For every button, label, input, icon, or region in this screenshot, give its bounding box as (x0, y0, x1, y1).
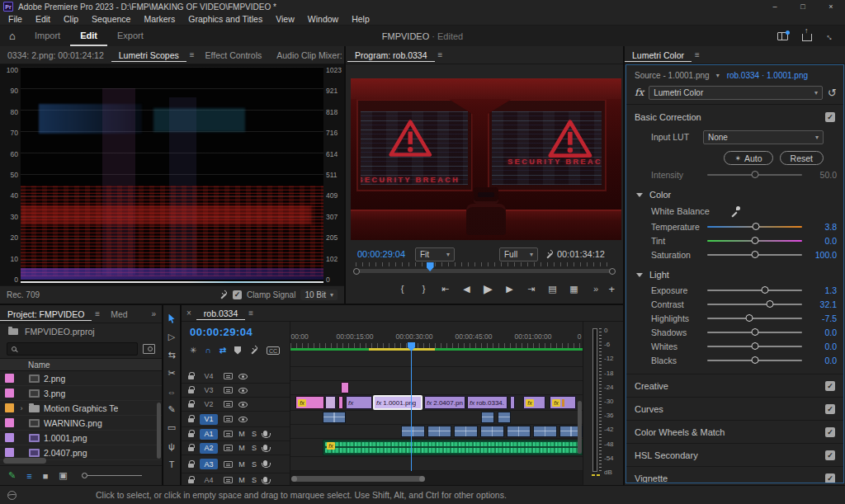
reset-button[interactable]: Reset (780, 151, 824, 165)
track-name-badge[interactable]: V3 (200, 385, 218, 396)
breadcrumb[interactable]: FMPVIDEO.prproj (0, 323, 162, 340)
slider-track-contrast[interactable] (707, 297, 802, 311)
slider-handle[interactable] (762, 286, 769, 294)
go-to-in-button[interactable]: ⇤ (440, 284, 451, 294)
mute-button[interactable]: M (238, 476, 245, 484)
timeline-clip-rob-0334[interactable]: fxrob.0334. (467, 396, 507, 409)
timeline-timecode[interactable]: 00:00:29:04 (182, 322, 290, 338)
section-checkbox[interactable]: ✓ (825, 450, 835, 460)
project-item-warning-png[interactable]: WARNING.png (0, 416, 162, 431)
sequence-tab[interactable]: rob.0334 (196, 307, 245, 320)
lift-button[interactable]: ▤ (547, 284, 558, 294)
track-name-badge[interactable]: V4 (200, 371, 218, 382)
add-button[interactable]: + (608, 283, 615, 295)
menu-item-sequence[interactable]: Sequence (85, 14, 137, 24)
captions-button[interactable]: CC (267, 346, 280, 355)
close-button[interactable]: × (817, 0, 845, 13)
lock-icon[interactable] (188, 403, 194, 407)
menu-item-help[interactable]: Help (345, 14, 376, 24)
mute-button[interactable]: M (238, 430, 245, 438)
solo-button[interactable]: S (251, 476, 257, 484)
basic-correction-checkbox[interactable]: ✓ (825, 112, 835, 122)
label-color-swatch[interactable] (5, 389, 14, 398)
slider-track-blacks[interactable] (707, 353, 802, 367)
source-patch-icon[interactable] (224, 373, 233, 379)
step-back-button[interactable]: ◀ (461, 284, 472, 294)
menu-item-view[interactable]: View (269, 14, 301, 24)
program-tab[interactable]: Program: rob.0334 (347, 49, 435, 62)
horizontal-scrollbar[interactable] (292, 476, 424, 482)
mute-button[interactable]: M (238, 460, 245, 469)
section-checkbox[interactable]: ✓ (825, 473, 835, 483)
freeform-view-button[interactable]: ▣ (59, 470, 67, 481)
home-icon[interactable]: ⌂ (0, 30, 25, 42)
mic-icon[interactable] (263, 445, 267, 450)
zoom-level-select[interactable]: Fit▾ (415, 247, 455, 261)
source-label[interactable]: Source - 1.0001.png (635, 71, 710, 80)
icon-view-button[interactable]: ■ (43, 471, 49, 481)
vertical-scrollbar[interactable] (157, 403, 161, 459)
slider-handle[interactable] (751, 251, 758, 258)
extract-button[interactable]: ▦ (569, 284, 579, 294)
source-patch-icon[interactable] (224, 431, 233, 437)
project-item-2-png[interactable]: 2.png (0, 371, 162, 386)
menu-item-clip[interactable]: Clip (57, 14, 85, 24)
audio-clip[interactable] (533, 426, 557, 437)
menu-item-markers[interactable]: Markers (137, 14, 182, 24)
scope-settings-icon[interactable] (219, 290, 228, 299)
section-creative[interactable]: Creative✓ (626, 374, 843, 397)
timeline-clip[interactable]: fx (550, 396, 576, 409)
solo-button[interactable]: S (251, 444, 257, 452)
timeline-clip[interactable] (341, 382, 349, 393)
eyedropper-icon[interactable] (731, 206, 741, 216)
pen-tool[interactable]: ✎ (168, 404, 175, 415)
slider-track-saturation[interactable] (707, 247, 802, 261)
slider-track-tint[interactable] (707, 233, 802, 247)
menu-item-graphics-and-titles[interactable]: Graphics and Titles (182, 14, 269, 24)
auto-button[interactable]: ✶Auto (724, 151, 772, 165)
slider-handle[interactable] (752, 223, 759, 230)
minimize-button[interactable]: – (761, 0, 789, 13)
track-name-badge[interactable]: V1 (200, 414, 218, 425)
mute-button[interactable]: M (238, 444, 245, 452)
clip-link[interactable]: rob.0334 · 1.0001.png (727, 71, 808, 80)
project-item-3-png[interactable]: 3.png (0, 386, 162, 401)
lock-icon[interactable] (188, 479, 194, 483)
list-view-button[interactable]: ≡ (26, 471, 31, 481)
program-settings-icon[interactable] (545, 250, 554, 259)
step-forward-button[interactable]: ▶ (504, 284, 515, 294)
slider-track-intensity[interactable] (707, 167, 802, 181)
section-curves[interactable]: Curves✓ (626, 397, 843, 420)
slider-track-temperature[interactable] (707, 219, 802, 233)
track-name-badge[interactable]: A3 (200, 459, 218, 469)
track-name-badge[interactable]: A1 (200, 429, 218, 440)
timeline-clip[interactable]: fx (295, 396, 324, 409)
slider-handle[interactable] (751, 342, 758, 350)
workspace-tab-import[interactable]: Import (25, 26, 70, 46)
thumbnail-zoom-slider[interactable] (82, 473, 142, 478)
basic-correction-header[interactable]: Basic Correction ✓ (626, 106, 843, 128)
snap-toggle[interactable]: ∩ (205, 346, 210, 355)
program-scrubber[interactable] (352, 262, 616, 276)
lock-icon[interactable] (188, 447, 194, 451)
mic-icon[interactable] (263, 431, 267, 436)
track-output-eye-icon[interactable] (238, 388, 248, 393)
disclosure-icon[interactable]: › (18, 404, 25, 412)
timeline-ruler[interactable]: :00:0000:00:15:0000:00:30:0000:00:45:000… (290, 322, 583, 353)
source-patch-icon[interactable] (224, 477, 233, 483)
program-timecode[interactable]: 00:00:29:04 (357, 249, 405, 259)
go-to-out-button[interactable]: ⇥ (526, 284, 536, 294)
close-icon[interactable]: × (186, 309, 191, 318)
slider-track-whites[interactable] (707, 339, 802, 353)
linked-selection-toggle[interactable]: ⇄ (220, 346, 226, 355)
input-lut-select[interactable]: None▾ (703, 130, 824, 144)
lock-icon[interactable] (188, 433, 194, 437)
source-patch-icon[interactable] (224, 461, 233, 468)
tab-audio-clip-mixer-rob-0334[interactable]: Audio Clip Mixer: rob.0334 (269, 49, 344, 61)
tab-effect-controls[interactable]: Effect Controls (198, 49, 270, 61)
timeline-settings-button[interactable] (249, 346, 258, 355)
tab-0334-2-png-00-01-24-12[interactable]: 0334: 2.png: 00:01:24:12 (0, 49, 111, 61)
label-color-swatch[interactable] (5, 433, 14, 442)
fullscreen-icon[interactable]: ↔ (824, 29, 837, 42)
search-bin-icon[interactable] (143, 344, 155, 354)
